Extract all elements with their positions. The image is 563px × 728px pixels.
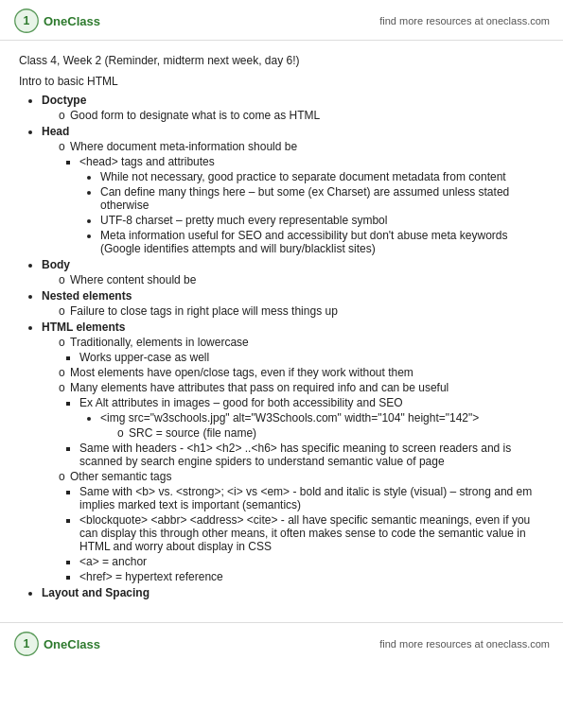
- list-item: While not necessary, good practice to se…: [100, 170, 544, 183]
- logo: 1 OneClass: [13, 8, 100, 34]
- list-item: Works upper-case as well: [79, 351, 544, 364]
- footer-tagline: find more resources at oneclass.com: [379, 638, 550, 650]
- list-item-layout: Layout and Spacing: [42, 586, 544, 599]
- body-label: Body: [42, 258, 70, 271]
- section-title: Intro to basic HTML: [19, 75, 544, 88]
- nested-children: Failure to close tags in right place wil…: [42, 304, 544, 318]
- list-item-body: Body Where content should be: [42, 258, 544, 286]
- alt-children: <img src="w3schools.jpg" alt="W3Schools.…: [79, 411, 544, 440]
- list-item: <head> tags and attributes While not nec…: [79, 155, 544, 255]
- doctype-label: Doctype: [42, 94, 86, 107]
- layout-label: Layout and Spacing: [42, 586, 150, 599]
- list-item: Traditionally, elements in lowercase Wor…: [59, 336, 544, 364]
- semantic-tags-children: Same with <b> vs. <strong>; <i> vs <em> …: [59, 485, 544, 583]
- list-item: Same with <b> vs. <strong>; <i> vs <em> …: [79, 485, 544, 511]
- list-item: Where document meta-information should b…: [59, 140, 544, 255]
- list-item: SRC = source (file name): [117, 426, 544, 440]
- head-children: Where document meta-information should b…: [42, 140, 544, 255]
- svg-text:1: 1: [24, 637, 30, 650]
- list-item: Many elements have attributes that pass …: [59, 381, 544, 468]
- nested-label: Nested elements: [42, 289, 132, 303]
- head-label: Head: [42, 125, 69, 138]
- page-footer: 1 OneClass find more resources at onecla…: [0, 622, 563, 663]
- list-item-href: <href> = hypertext reference: [79, 570, 544, 583]
- head-level3: <head> tags and attributes While not nec…: [59, 155, 544, 255]
- list-item: Can define many things here – but some (…: [100, 185, 544, 212]
- list-item: Ex Alt attributes in images – good for b…: [79, 396, 544, 440]
- header-tagline: find more resources at oneclass.com: [379, 15, 550, 26]
- doctype-children: Good form to designate what is to come a…: [42, 109, 544, 122]
- list-item-html-elements: HTML elements Traditionally, elements in…: [42, 321, 544, 583]
- attributes-children: Ex Alt attributes in images – good for b…: [59, 396, 544, 468]
- list-item-anchor: <a> = anchor: [79, 555, 544, 568]
- oneclass-logo-icon: 1: [13, 8, 40, 34]
- class-title: Class 4, Week 2 (Reminder, midterm next …: [19, 54, 544, 67]
- list-item: Failure to close tags in right place wil…: [59, 304, 544, 318]
- page-header: 1 OneClass find more resources at onecla…: [0, 0, 563, 41]
- list-item: <blockquote> <abbr> <address> <cite> - a…: [79, 513, 544, 553]
- footer-oneclass-logo-icon: 1: [13, 631, 40, 657]
- src-children: SRC = source (file name): [100, 426, 544, 440]
- list-item: Other semantic tags Same with <b> vs. <s…: [59, 470, 544, 583]
- footer-logo-text: OneClass: [44, 637, 100, 651]
- list-item-head: Head Where document meta-information sho…: [42, 125, 544, 255]
- svg-text:1: 1: [24, 14, 30, 27]
- html-elements-label: HTML elements: [42, 321, 125, 334]
- list-item-nested: Nested elements Failure to close tags in…: [42, 289, 544, 318]
- main-list: Doctype Good form to designate what is t…: [19, 94, 544, 599]
- list-item-doctype: Doctype Good form to designate what is t…: [42, 94, 544, 122]
- html-elements-children: Traditionally, elements in lowercase Wor…: [42, 336, 544, 583]
- logo-text: OneClass: [44, 14, 100, 28]
- list-item: Meta information useful for SEO and acce…: [100, 229, 544, 255]
- list-item: <img src="w3schools.jpg" alt="W3Schools.…: [100, 411, 544, 440]
- list-item: Good form to designate what is to come a…: [59, 109, 544, 122]
- list-item: UTF-8 charset – pretty much every repres…: [100, 214, 544, 227]
- head-level4: While not necessary, good practice to se…: [79, 170, 544, 255]
- list-item: Same with headers - <h1> <h2> ..<h6> has…: [79, 442, 544, 468]
- main-content: Class 4, Week 2 (Reminder, midterm next …: [0, 41, 563, 613]
- body-children: Where content should be: [42, 273, 544, 286]
- footer-logo: 1 OneClass: [13, 631, 100, 657]
- list-item: Most elements have open/close tags, even…: [59, 366, 544, 379]
- lowercase-children: Works upper-case as well: [59, 351, 544, 364]
- list-item: Where content should be: [59, 273, 544, 286]
